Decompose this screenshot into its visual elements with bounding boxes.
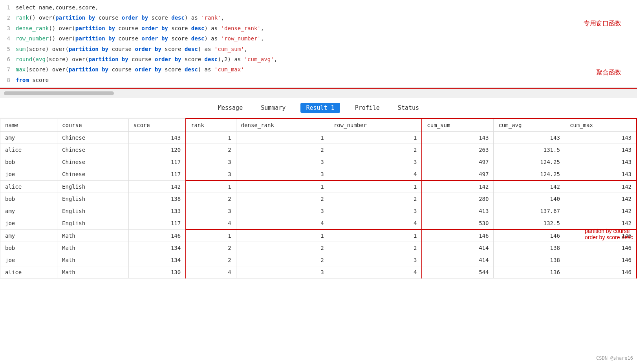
cell-rank-col: 4	[186, 266, 236, 278]
table-row: bobEnglish138222280140142	[0, 193, 637, 205]
col-header-cum_max: cum_max	[565, 118, 637, 132]
cell-cum_sum-col: 497	[422, 156, 494, 168]
cell-rank-col: 3	[186, 168, 236, 181]
cell-dense_rank-col: 1	[236, 229, 329, 242]
result-table: name course score rank dense_rank row_nu…	[0, 118, 637, 278]
cell-cum_max-col: 146	[565, 242, 637, 254]
code-scrollbar[interactable]	[0, 89, 637, 98]
cell-course-col: Chinese	[57, 132, 128, 144]
cell-row_number-col: 2	[329, 242, 422, 254]
cell-score-col: 138	[128, 193, 186, 205]
cell-row_number-col: 2	[329, 193, 422, 205]
tab-message[interactable]: Message	[215, 103, 246, 113]
cell-rank-col: 1	[186, 132, 236, 144]
cell-row_number-col: 1	[329, 229, 422, 242]
cell-row_number-col: 2	[329, 144, 422, 156]
aggregate-function-annotation: 聚合函数	[596, 69, 621, 77]
cell-rank-col: 3	[186, 205, 236, 217]
cell-row_number-col: 4	[329, 266, 422, 278]
cell-row_number-col: 3	[329, 254, 422, 266]
line-code-1: select name,course,score,	[14, 2, 637, 13]
cell-course-col: Chinese	[57, 168, 128, 181]
cell-cum_max-col: 143	[565, 132, 637, 144]
cell-score-col: 146	[128, 229, 186, 242]
table-row: joeMath134223414138146	[0, 254, 637, 266]
cell-score-col: 117	[128, 156, 186, 168]
cell-rank-col: 2	[186, 144, 236, 156]
cell-dense_rank-col: 2	[236, 193, 329, 205]
table-row: amyChinese143111143143143	[0, 132, 637, 144]
cell-score-col: 134	[128, 242, 186, 254]
cell-row_number-col: 4	[329, 217, 422, 230]
table-row: joeChinese117334497124.25143	[0, 168, 637, 181]
cell-name-col: alice	[0, 266, 57, 278]
cell-cum_avg-col: 146	[494, 229, 565, 242]
cell-cum_max-col: 143	[565, 156, 637, 168]
line-number-6: 6	[0, 54, 14, 64]
cell-name-col: joe	[0, 254, 57, 266]
cell-name-col: bob	[0, 193, 57, 205]
cell-course-col: Math	[57, 254, 128, 266]
line-number-4: 4	[0, 33, 14, 44]
cell-cum_avg-col: 138	[494, 254, 565, 266]
code-line-8: 8from score	[0, 75, 637, 85]
line-code-2: rank() over(partition by course order by…	[14, 13, 637, 23]
cell-cum_max-col: 146	[565, 266, 637, 278]
cell-cum_avg-col: 131.5	[494, 144, 565, 156]
cell-cum_max-col: 142	[565, 205, 637, 217]
scrollbar-thumb[interactable]	[4, 91, 114, 95]
cell-rank-col: 2	[186, 254, 236, 266]
cell-name-col: joe	[0, 168, 57, 181]
tab-status[interactable]: Status	[395, 103, 422, 113]
cell-score-col: 134	[128, 254, 186, 266]
code-editor: 1select name,course,score,2rank() over(p…	[0, 0, 637, 88]
table-row: amyEnglish133333413137.67142	[0, 205, 637, 217]
cell-cum_max-col: 142	[565, 193, 637, 205]
col-header-score: score	[128, 118, 186, 132]
cell-name-col: bob	[0, 156, 57, 168]
cell-course-col: English	[57, 193, 128, 205]
cell-name-col: amy	[0, 132, 57, 144]
tab-result1[interactable]: Result 1	[300, 103, 340, 113]
cell-name-col: joe	[0, 217, 57, 230]
cell-rank-col: 1	[186, 180, 236, 193]
cell-name-col: amy	[0, 205, 57, 217]
cell-cum_sum-col: 414	[422, 242, 494, 254]
cell-cum_avg-col: 137.67	[494, 205, 565, 217]
code-line-2: 2rank() over(partition by course order b…	[0, 13, 637, 23]
cell-cum_sum-col: 280	[422, 193, 494, 205]
line-code-8: from score	[14, 75, 637, 85]
cell-dense_rank-col: 2	[236, 242, 329, 254]
line-number-7: 7	[0, 64, 14, 75]
cell-row_number-col: 1	[329, 132, 422, 144]
cell-name-col: alice	[0, 180, 57, 193]
cell-cum_max-col: 143	[565, 168, 637, 181]
cell-cum_max-col: 143	[565, 144, 637, 156]
table-row: joeEnglish117444530132.5142	[0, 217, 637, 230]
cell-cum_avg-col: 143	[494, 132, 565, 144]
cell-course-col: Math	[57, 229, 128, 242]
code-line-1: 1select name,course,score,	[0, 2, 637, 13]
cell-cum_avg-col: 136	[494, 266, 565, 278]
cell-rank-col: 1	[186, 229, 236, 242]
code-table: 1select name,course,score,2rank() over(p…	[0, 2, 637, 85]
cell-score-col: 133	[128, 205, 186, 217]
code-line-6: 6round(avg(score) over(partition by cour…	[0, 54, 637, 64]
table-row: aliceChinese120222263131.5143	[0, 144, 637, 156]
cell-dense_rank-col: 2	[236, 144, 329, 156]
tab-profile[interactable]: Profile	[352, 103, 383, 113]
cell-cum_max-col: 146	[565, 254, 637, 266]
code-line-7: 7max(score) over(partition by course ord…	[0, 64, 637, 75]
col-header-row_number: row_number	[329, 118, 422, 132]
tab-summary[interactable]: Summary	[258, 103, 289, 113]
table-row: bobChinese117333497124.25143	[0, 156, 637, 168]
cell-cum_avg-col: 124.25	[494, 156, 565, 168]
cell-dense_rank-col: 2	[236, 254, 329, 266]
col-header-course: course	[57, 118, 128, 132]
cell-dense_rank-col: 1	[236, 180, 329, 193]
line-number-5: 5	[0, 44, 14, 54]
cell-course-col: Math	[57, 242, 128, 254]
code-line-5: 5sum(score) over(partition by course ord…	[0, 44, 637, 54]
cell-cum_sum-col: 413	[422, 205, 494, 217]
cell-cum_avg-col: 140	[494, 193, 565, 205]
